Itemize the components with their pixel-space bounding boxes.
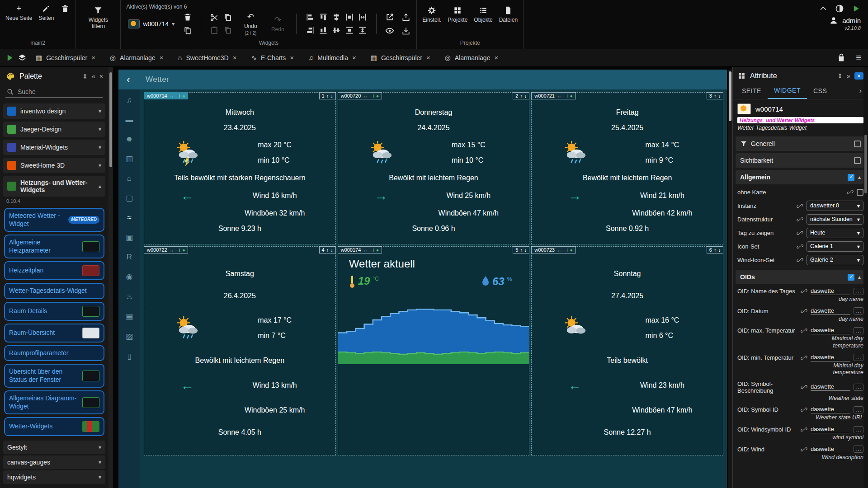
widget-id-tag[interactable]: w000174 ↔ ⊣ ● (338, 246, 382, 253)
unfold-all-icon[interactable]: ⇕ (837, 72, 843, 80)
move-icon[interactable]: ↔ (170, 248, 174, 253)
link-icon[interactable] (801, 406, 807, 413)
palette-widget-item[interactable]: Allgemeines Diagramm-Widget (4, 390, 104, 414)
widget-set-group[interactable]: Jaeger-Design ▾ (3, 122, 105, 137)
oid-value[interactable]: daswette (811, 383, 850, 391)
washing-icon[interactable]: ◉ (123, 272, 136, 282)
center-horizontal-icon[interactable] (331, 12, 342, 23)
heating-icon[interactable]: ♨ (123, 292, 136, 301)
widget-set-group[interactable]: canvas-gauges ▾ (3, 455, 105, 469)
palette-widget-item[interactable]: Raumprofilparameter (4, 345, 104, 361)
attributes-scrollbar[interactable] (863, 67, 868, 488)
oid-picker-button[interactable]: … (854, 384, 863, 391)
canvas-scrollbar[interactable] (728, 70, 732, 488)
attribute-select[interactable]: Heute ▾ (807, 228, 863, 238)
collapse-toolbar-icon[interactable] (818, 4, 828, 14)
palette-widget-item[interactable]: Übersicht über den Status der Fenster (4, 364, 104, 388)
view-tab[interactable]: ∿ E-Charts × (245, 50, 300, 66)
widget-set-group[interactable]: inventwo design ▾ (3, 103, 105, 119)
close-tab-icon[interactable]: × (160, 54, 164, 61)
tab-widget[interactable]: WIDGET (768, 83, 807, 99)
widget-order-tag[interactable]: 1 ↑ ↓ (319, 92, 336, 99)
resize-icon[interactable]: ⊣ (176, 248, 180, 253)
music-icon[interactable]: ♫ (123, 96, 136, 105)
link-icon[interactable] (797, 243, 803, 250)
people-icon[interactable]: ☻ (123, 135, 136, 144)
anchor-icon[interactable]: ● (182, 248, 185, 253)
paste-widget-button[interactable] (209, 25, 219, 35)
align-right-icon[interactable] (305, 25, 316, 36)
equal-height-icon[interactable] (357, 25, 368, 36)
anchor-icon[interactable]: ● (376, 248, 379, 253)
move-down-icon[interactable]: ↓ (524, 247, 527, 253)
oid-picker-button[interactable]: … (854, 406, 863, 413)
section-generell[interactable]: Generell (736, 136, 865, 151)
align-left-icon[interactable] (305, 12, 316, 23)
move-down-icon[interactable]: ↓ (524, 93, 527, 99)
view-tab[interactable]: ⌂ SweetHome3D × (172, 50, 242, 66)
widget-order-tag[interactable]: 4 ↑ ↓ (319, 246, 336, 253)
section-checkbox[interactable] (848, 274, 854, 281)
palette-widget-item[interactable]: Wetter-Widgets (4, 417, 104, 436)
weather-day-widget[interactable]: w000723 ↔ ⊣ ● 6 ↑ ↓ Sonnt (531, 246, 723, 455)
current-weather-widget[interactable]: w000174 ↔ ⊣ ● 5 ↑ ↓ Wetter aktuell (338, 246, 530, 455)
chevron-up-icon[interactable]: ▴ (858, 274, 861, 280)
oid-value[interactable]: daswette (811, 426, 850, 433)
widget-set-group-expanded[interactable]: Heizungs- und Wetter-Widgets ▴ (3, 176, 105, 197)
attribute-select[interactable]: Galerie 2 ▾ (807, 255, 863, 265)
close-tab-icon[interactable]: × (352, 54, 356, 61)
palette-scrollbar[interactable] (108, 67, 113, 488)
store-bag-icon[interactable] (836, 53, 846, 63)
move-icon[interactable]: ↔ (363, 94, 368, 99)
move-down-icon[interactable]: ↓ (330, 93, 333, 99)
anchor-icon[interactable]: ● (376, 94, 379, 99)
kitchen-icon[interactable]: ▢ (123, 193, 136, 203)
resize-icon[interactable]: ⊣ (176, 94, 180, 99)
close-tab-icon[interactable]: × (494, 54, 498, 61)
unfold-all-icon[interactable]: ⇕ (82, 73, 88, 80)
resize-icon[interactable]: ⊣ (564, 248, 568, 253)
link-icon[interactable] (797, 257, 803, 263)
printer-icon[interactable]: ▤ (123, 312, 136, 321)
widget-id-tag[interactable]: w000722 ↔ ⊣ ● (144, 246, 188, 253)
resize-icon[interactable]: ⊣ (370, 94, 374, 99)
palette-widget-item[interactable]: Heizzeitplan (4, 261, 104, 280)
section-checkbox[interactable] (854, 157, 861, 164)
scrollbar-thumb[interactable] (864, 135, 867, 193)
move-icon[interactable]: ↔ (557, 94, 561, 99)
palette-widget-item[interactable]: Allgemeine Heizparameter (4, 235, 104, 258)
view-tab[interactable]: ◎ Alarmanlage × (104, 50, 169, 66)
anchor-icon[interactable]: ● (570, 248, 573, 253)
move-up-icon[interactable]: ↑ (326, 247, 329, 253)
cut-widget-button[interactable] (209, 13, 219, 23)
theme-toggle-icon[interactable] (835, 4, 844, 14)
link-icon[interactable] (801, 354, 807, 361)
link-icon[interactable] (801, 327, 807, 334)
close-tab-icon[interactable]: × (233, 54, 237, 61)
widget-order-tag[interactable]: 3 ↑ ↓ (707, 92, 723, 99)
oid-picker-button[interactable]: … (854, 446, 863, 453)
move-up-icon[interactable]: ↑ (714, 247, 717, 253)
oid-picker-button[interactable]: … (854, 354, 863, 361)
bed-icon[interactable]: ▬ (123, 115, 136, 124)
widget-set-group[interactable]: Gestylt ▾ (3, 441, 105, 454)
objects-button[interactable]: Objekte (474, 5, 492, 23)
link-icon[interactable] (801, 426, 807, 433)
menu-icon[interactable]: ≡ (854, 53, 863, 63)
scrollbar-thumb[interactable] (729, 71, 731, 121)
search-input[interactable]: Suche (5, 86, 103, 98)
widget-set-group[interactable]: SweetHome 3D ▾ (3, 158, 105, 173)
scrollbar-thumb[interactable] (109, 72, 112, 167)
widget-set-group[interactable]: hqwidgets ▾ (3, 470, 105, 484)
section-oids[interactable]: OIDs ▴ (736, 270, 865, 284)
section-sichtbarkeit[interactable]: Sichtbarkeit (736, 153, 865, 168)
layers-icon[interactable] (17, 53, 27, 63)
oid-picker-button[interactable]: … (854, 288, 863, 295)
equal-width-icon[interactable] (357, 12, 368, 23)
paste-style-button[interactable] (223, 25, 233, 35)
link-icon[interactable] (801, 288, 807, 295)
widget-id-tag[interactable]: w000721 ↔ ⊣ ● (531, 92, 576, 99)
close-panel-icon[interactable]: × (854, 72, 863, 80)
distribute-horizontal-icon[interactable] (344, 12, 355, 23)
move-up-icon[interactable]: ↑ (326, 93, 329, 99)
